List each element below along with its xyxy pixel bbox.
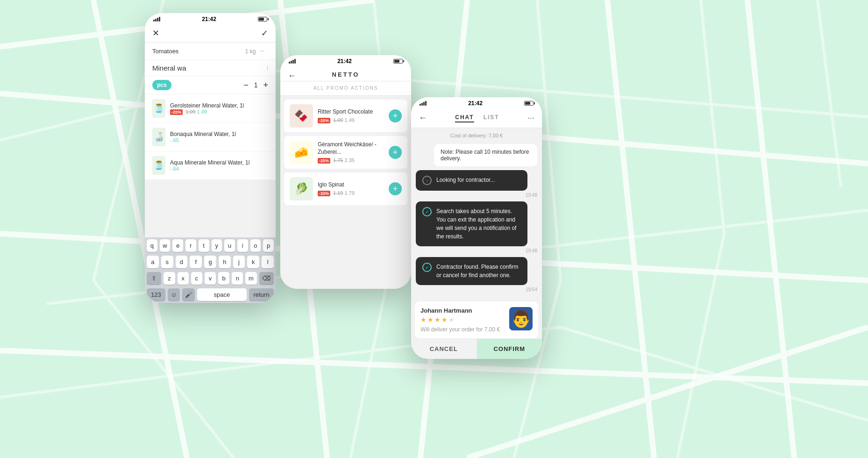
key-a[interactable]: a xyxy=(147,256,159,268)
item-unit: 1 kg xyxy=(245,48,256,55)
phone-netto-promo: 21:42 ← NETTO ALL PROMO ACTIONS 🍫 Ritter… xyxy=(280,55,411,289)
key-c[interactable]: c xyxy=(191,272,202,285)
unit-selector: pcs − 1 + xyxy=(145,76,276,94)
chat-msg-looking: ○ Looking for contractor... xyxy=(416,170,527,191)
found-text: Contractor found. Please confirm or canc… xyxy=(436,263,521,279)
contractor-card: Johann Hartmann ★ ★ ★ ★ ★ Will deliver y… xyxy=(415,301,538,338)
key-q[interactable]: q xyxy=(147,239,157,252)
key-emoji[interactable]: ☺ xyxy=(168,288,180,301)
qty-plus-button[interactable]: + xyxy=(263,80,268,90)
key-j[interactable]: j xyxy=(233,256,245,268)
key-z[interactable]: z xyxy=(164,272,175,285)
promo-old-price-3: 1.19 xyxy=(333,190,343,196)
promo-img-3: 🥬 xyxy=(290,177,313,200)
time-1: 21:42 xyxy=(202,16,216,22)
back-button-2[interactable]: ← xyxy=(288,71,296,81)
product-old-price-1: 1.09 xyxy=(185,109,195,114)
key-b[interactable]: b xyxy=(218,272,229,285)
quantity-controls: − 1 + xyxy=(243,80,268,90)
contractor-fee: Will deliver your order for 7,00 € xyxy=(420,326,505,333)
promo-name-1: Ritter Sport Chocolate xyxy=(318,108,384,116)
key-u[interactable]: u xyxy=(224,239,235,252)
key-backspace[interactable]: ⌫ xyxy=(259,272,274,285)
add-button-3[interactable]: + xyxy=(389,182,402,195)
confirm-button[interactable]: CONFIRM xyxy=(477,339,542,359)
status-bar-2: 21:42 xyxy=(280,55,411,66)
key-s[interactable]: s xyxy=(161,256,173,268)
product-prices-2: -.65 xyxy=(170,137,268,143)
key-v[interactable]: v xyxy=(205,272,216,285)
key-e[interactable]: e xyxy=(172,239,183,252)
key-space[interactable]: space xyxy=(197,288,247,301)
promo-item-1[interactable]: 🍫 Ritter Sport Chocolate -20% 1.09 1.49 … xyxy=(284,100,407,132)
key-y[interactable]: y xyxy=(212,239,222,252)
promo-details-2: Géramont Weichkäse/ -Zuberei... -25% 1.7… xyxy=(318,141,384,163)
time-2: 21:42 xyxy=(337,58,352,64)
more-options-button[interactable]: ··· xyxy=(527,113,534,123)
key-g[interactable]: g xyxy=(204,256,216,268)
key-n[interactable]: n xyxy=(232,272,243,285)
product-list: 🫙 Gerolsteiner Mineral Water, 1l -20% 1.… xyxy=(145,94,276,180)
qty-minus-button[interactable]: − xyxy=(243,80,249,90)
cancel-button[interactable]: CANCEL xyxy=(411,339,477,359)
item-tomatoes-row: Tomatoes 1 kg − xyxy=(145,43,276,60)
phone1-header: ✕ ✓ xyxy=(145,24,276,43)
add-button-2[interactable]: + xyxy=(389,146,402,159)
qty-value: 1 xyxy=(254,81,258,89)
product-item-3[interactable]: 🫙 Aqua Minerale Mineral Water, 1l -.64 xyxy=(145,151,276,180)
key-k[interactable]: k xyxy=(247,256,259,268)
back-button-3[interactable]: ← xyxy=(419,113,427,123)
tab-list[interactable]: LIST xyxy=(484,114,499,122)
delivery-cost: Cost of delivery: 7,00 € xyxy=(416,133,537,138)
key-shift[interactable]: ⇧ xyxy=(147,272,161,285)
key-t[interactable]: t xyxy=(199,239,209,252)
key-o[interactable]: o xyxy=(250,239,261,252)
promo-item-3[interactable]: 🥬 Iglo Spinat -33% 1.19 1.79 + xyxy=(284,172,407,205)
msg-icon-looking: ○ xyxy=(422,176,432,185)
key-m[interactable]: m xyxy=(245,272,256,285)
star-3: ★ xyxy=(434,316,441,323)
key-f[interactable]: f xyxy=(190,256,202,268)
key-x[interactable]: x xyxy=(178,272,189,285)
signal-area xyxy=(153,17,160,21)
key-r[interactable]: r xyxy=(185,239,196,252)
signal-area-3 xyxy=(420,101,427,106)
product-item-1[interactable]: 🫙 Gerolsteiner Mineral Water, 1l -20% 1.… xyxy=(145,94,276,123)
battery-area-2 xyxy=(393,59,403,64)
confirm-check-button[interactable]: ✓ xyxy=(261,28,268,38)
product-prices-1: -20% 1.09 1.49 xyxy=(170,109,268,115)
promo-img-2: 🧀 xyxy=(290,141,313,164)
promo-item-2[interactable]: 🧀 Géramont Weichkäse/ -Zuberei... -25% 1… xyxy=(284,136,407,169)
product-details-1: Gerolsteiner Mineral Water, 1l -20% 1.09… xyxy=(170,102,268,115)
promo-discount-1: -20% xyxy=(318,118,330,123)
key-return[interactable]: return xyxy=(249,288,274,301)
promo-new-price-2: 2.35 xyxy=(345,157,355,163)
keyboard: q w e r t y u i o p a s d f g h j k l xyxy=(145,237,276,303)
item-name: Tomatoes xyxy=(152,48,245,55)
search-bar: Mineral wa i xyxy=(145,60,276,76)
promo-img-1: 🍫 xyxy=(290,104,313,128)
tab-chat[interactable]: CHAT xyxy=(455,114,474,122)
product-item-2[interactable]: 🍶 Bonaqua Mineral Water, 1l -.65 xyxy=(145,123,276,151)
key-numbers[interactable]: 123 xyxy=(147,288,165,301)
promo-section-label: ALL PROMO ACTIONS xyxy=(313,86,378,91)
keyboard-row-3: ⇧ z x c v b n m ⌫ xyxy=(145,270,276,286)
key-p[interactable]: p xyxy=(263,239,274,252)
promo-discount-3: -33% xyxy=(318,191,330,196)
phone2-header: ← NETTO xyxy=(280,66,411,81)
promo-old-price-1: 1.09 xyxy=(333,117,343,123)
close-button[interactable]: ✕ xyxy=(152,28,159,38)
chat-msg-found: ✓ Contractor found. Please confirm or ca… xyxy=(416,257,527,285)
phone-chat: 21:42 ← CHAT LIST ··· Cost of delivery: … xyxy=(411,97,542,359)
search-input[interactable]: Mineral wa xyxy=(152,64,263,72)
key-i[interactable]: i xyxy=(237,239,248,252)
key-d[interactable]: d xyxy=(176,256,188,268)
item-remove-button[interactable]: − xyxy=(256,46,268,56)
key-mic[interactable]: 🎤 xyxy=(182,288,195,301)
unit-badge[interactable]: pcs xyxy=(152,80,171,90)
key-h[interactable]: h xyxy=(219,256,231,268)
key-l[interactable]: l xyxy=(262,256,274,268)
contractor-avatar: 👨 xyxy=(509,307,533,330)
add-button-1[interactable]: + xyxy=(389,109,402,122)
key-w[interactable]: w xyxy=(160,239,171,252)
